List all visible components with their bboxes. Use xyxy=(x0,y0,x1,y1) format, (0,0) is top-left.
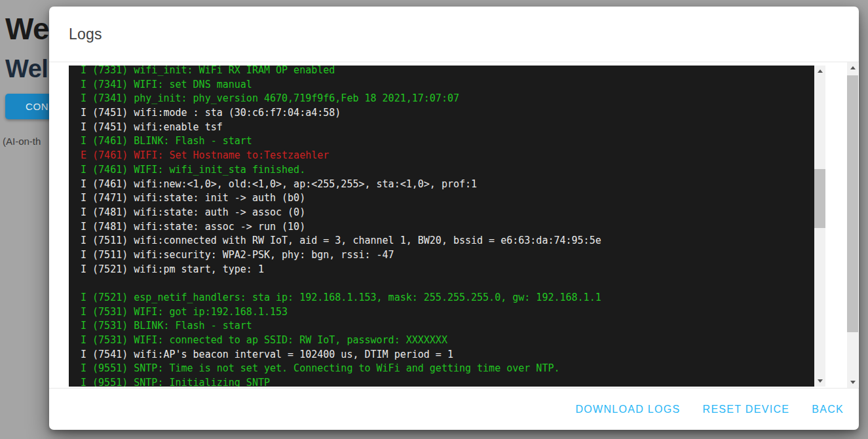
arrow-down-icon xyxy=(850,381,856,384)
dialog-scroll-up-button[interactable] xyxy=(847,62,858,73)
log-line: I (9551) SNTP: Initializing SNTP xyxy=(81,376,825,387)
arrow-up-icon xyxy=(818,69,823,73)
log-line: I (7341) WIFI: set DNS manual xyxy=(81,78,825,92)
log-scroll-up-button[interactable] xyxy=(814,66,825,77)
log-line: I (9551) SNTP: Time is not set yet. Conn… xyxy=(81,362,825,376)
log-line: I (7461) BLINK: Flash - start xyxy=(81,134,825,149)
log-scrollbar-thumb[interactable] xyxy=(814,169,825,228)
page-title: We xyxy=(5,11,49,47)
log-line: I (7531) BLINK: Flash - start xyxy=(81,319,825,334)
arrow-down-icon xyxy=(818,379,823,383)
dialog-header: Logs xyxy=(49,7,859,62)
log-line: I (7511) wifi:connected with RW IoT, aid… xyxy=(81,234,825,248)
log-scroll-down-button[interactable] xyxy=(814,375,825,387)
dialog-scroll-down-button[interactable] xyxy=(847,377,858,388)
log-scrollbar[interactable] xyxy=(814,66,825,387)
page-footnote: (AI-on-th xyxy=(3,136,41,147)
log-line: I (7531) WIFI: connected to ap SSID: RW … xyxy=(81,334,825,348)
reset-device-button[interactable]: RESET DEVICE xyxy=(703,404,790,415)
log-line: I (7461) WIFI: wifi_init_sta finished. xyxy=(81,163,825,178)
dialog-title: Logs xyxy=(69,26,102,43)
page-subtitle: Wel xyxy=(5,55,48,83)
log-line: I (7511) wifi:security: WPA2-PSK, phy: b… xyxy=(81,248,825,263)
log-line: I (7471) wifi:state: init -> auth (b0) xyxy=(81,191,825,206)
log-line: I (7331) wifi_init: WiFi RX IRAM OP enab… xyxy=(81,66,825,78)
logs-dialog: Logs I (7331) wifi_init: WiFi RX IRAM OP… xyxy=(49,7,859,430)
log-line: I (7481) wifi:state: assoc -> run (10) xyxy=(81,220,825,235)
dialog-scrollbar[interactable] xyxy=(847,62,858,388)
log-line: E (7461) WIFI: Set Hostname to:Testzaehl… xyxy=(81,149,825,163)
log-line: I (7531) WIFI: got ip:192.168.1.153 xyxy=(81,305,825,320)
log-line: I (7541) wifi:AP's beacon interval = 102… xyxy=(81,348,825,362)
back-button[interactable]: BACK xyxy=(812,404,844,415)
dialog-footer: DOWNLOAD LOGS RESET DEVICE BACK xyxy=(49,388,859,430)
dialog-body: I (7331) wifi_init: WiFi RX IRAM OP enab… xyxy=(49,62,859,388)
log-line xyxy=(81,277,825,291)
log-line: I (7451) wifi:enable tsf xyxy=(81,121,825,135)
log-console[interactable]: I (7331) wifi_init: WiFi RX IRAM OP enab… xyxy=(69,66,825,387)
download-logs-button[interactable]: DOWNLOAD LOGS xyxy=(576,404,681,415)
viewport: { "backdrop_page": { "heading1": "We", "… xyxy=(0,0,868,439)
log-line: I (7521) wifi:pm start, type: 1 xyxy=(81,263,825,277)
log-line: I (7461) wifi:new:<1,0>, old:<1,0>, ap:<… xyxy=(81,178,825,192)
arrow-up-icon xyxy=(850,66,856,69)
dialog-scrollbar-thumb[interactable] xyxy=(847,75,858,332)
log-line: I (7341) phy_init: phy_version 4670,719f… xyxy=(81,92,825,106)
log-line: I (7481) wifi:state: auth -> assoc (0) xyxy=(81,206,825,220)
log-line: I (7451) wifi:mode : sta (30:c6:f7:04:a4… xyxy=(81,106,825,121)
log-console-text: I (7331) wifi_init: WiFi RX IRAM OP enab… xyxy=(69,66,825,387)
log-line: I (7521) esp_netif_handlers: sta ip: 192… xyxy=(81,291,825,305)
